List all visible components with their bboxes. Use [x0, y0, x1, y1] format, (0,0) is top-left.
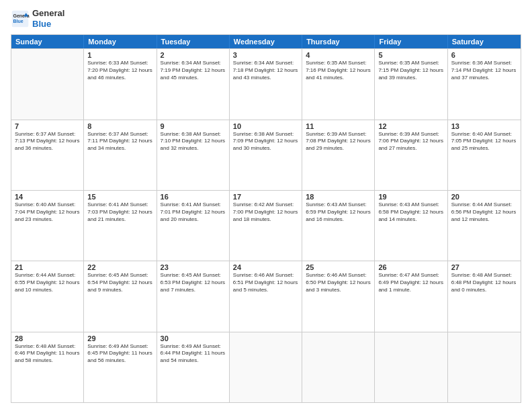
day-info: Sunrise: 6:38 AM Sunset: 7:09 PM Dayligh… — [233, 131, 298, 152]
day-info: Sunrise: 6:34 AM Sunset: 7:19 PM Dayligh… — [161, 60, 226, 81]
day-number: 20 — [451, 193, 517, 201]
day-info: Sunrise: 6:38 AM Sunset: 7:10 PM Dayligh… — [161, 131, 226, 152]
day-info: Sunrise: 6:45 AM Sunset: 6:53 PM Dayligh… — [161, 272, 226, 293]
logo-text-general: General — [32, 8, 64, 19]
calendar-body: 1Sunrise: 6:33 AM Sunset: 7:20 PM Daylig… — [11, 48, 521, 402]
calendar: SundayMondayTuesdayWednesdayThursdayFrid… — [11, 34, 521, 403]
week-row-2: 7Sunrise: 6:37 AM Sunset: 7:13 PM Daylig… — [11, 120, 521, 190]
cal-cell — [302, 332, 375, 402]
day-number: 15 — [87, 193, 152, 201]
cal-cell: 11Sunrise: 6:39 AM Sunset: 7:08 PM Dayli… — [302, 120, 375, 190]
cal-cell: 28Sunrise: 6:48 AM Sunset: 6:46 PM Dayli… — [11, 332, 84, 402]
cal-cell: 7Sunrise: 6:37 AM Sunset: 7:13 PM Daylig… — [11, 120, 84, 190]
day-info: Sunrise: 6:49 AM Sunset: 6:44 PM Dayligh… — [161, 343, 226, 365]
day-info: Sunrise: 6:44 AM Sunset: 6:56 PM Dayligh… — [451, 201, 517, 223]
cal-cell: 5Sunrise: 6:35 AM Sunset: 7:15 PM Daylig… — [375, 49, 447, 119]
day-info: Sunrise: 6:49 AM Sunset: 6:45 PM Dayligh… — [87, 343, 152, 365]
week-row-3: 14Sunrise: 6:40 AM Sunset: 7:04 PM Dayli… — [11, 190, 521, 261]
day-info: Sunrise: 6:46 AM Sunset: 6:50 PM Dayligh… — [306, 272, 371, 293]
day-number: 11 — [306, 122, 371, 130]
cal-cell: 4Sunrise: 6:35 AM Sunset: 7:16 PM Daylig… — [302, 49, 375, 119]
cal-cell — [375, 332, 447, 402]
cal-cell: 9Sunrise: 6:38 AM Sunset: 7:10 PM Daylig… — [157, 120, 230, 190]
day-number: 12 — [378, 122, 443, 130]
day-number: 14 — [15, 193, 80, 201]
day-number: 19 — [378, 193, 443, 201]
day-number: 27 — [451, 263, 517, 271]
logo-text-blue: Blue — [32, 19, 64, 30]
day-info: Sunrise: 6:42 AM Sunset: 7:00 PM Dayligh… — [233, 201, 298, 223]
calendar-header-row: SundayMondayTuesdayWednesdayThursdayFrid… — [11, 35, 521, 48]
day-info: Sunrise: 6:45 AM Sunset: 6:54 PM Dayligh… — [87, 272, 152, 293]
cal-cell: 8Sunrise: 6:37 AM Sunset: 7:11 PM Daylig… — [84, 120, 157, 190]
cal-cell: 2Sunrise: 6:34 AM Sunset: 7:19 PM Daylig… — [157, 49, 230, 119]
day-number: 9 — [161, 122, 226, 130]
day-info: Sunrise: 6:40 AM Sunset: 7:05 PM Dayligh… — [451, 131, 517, 152]
header-tuesday: Tuesday — [157, 35, 230, 48]
cal-cell: 29Sunrise: 6:49 AM Sunset: 6:45 PM Dayli… — [84, 332, 157, 402]
cal-cell: 27Sunrise: 6:48 AM Sunset: 6:48 PM Dayli… — [448, 261, 521, 331]
day-info: Sunrise: 6:37 AM Sunset: 7:11 PM Dayligh… — [87, 131, 152, 152]
cal-cell: 6Sunrise: 6:36 AM Sunset: 7:14 PM Daylig… — [448, 49, 521, 119]
day-info: Sunrise: 6:35 AM Sunset: 7:16 PM Dayligh… — [306, 60, 371, 81]
day-info: Sunrise: 6:48 AM Sunset: 6:46 PM Dayligh… — [15, 343, 80, 365]
day-info: Sunrise: 6:46 AM Sunset: 6:51 PM Dayligh… — [233, 272, 298, 293]
day-number: 4 — [306, 51, 371, 59]
day-number: 23 — [161, 263, 226, 271]
day-number: 13 — [451, 122, 517, 130]
cal-cell: 16Sunrise: 6:41 AM Sunset: 7:01 PM Dayli… — [157, 191, 230, 261]
day-number: 25 — [306, 263, 371, 271]
day-number: 24 — [233, 263, 298, 271]
cal-cell — [11, 49, 84, 119]
cal-cell: 18Sunrise: 6:43 AM Sunset: 6:59 PM Dayli… — [302, 191, 375, 261]
cal-cell: 15Sunrise: 6:41 AM Sunset: 7:03 PM Dayli… — [84, 191, 157, 261]
day-number: 22 — [87, 263, 152, 271]
header-sunday: Sunday — [11, 35, 84, 48]
header-friday: Friday — [375, 35, 447, 48]
day-info: Sunrise: 6:41 AM Sunset: 7:01 PM Dayligh… — [161, 201, 226, 223]
cal-cell: 22Sunrise: 6:45 AM Sunset: 6:54 PM Dayli… — [84, 261, 157, 331]
cal-cell: 23Sunrise: 6:45 AM Sunset: 6:53 PM Dayli… — [157, 261, 230, 331]
day-info: Sunrise: 6:37 AM Sunset: 7:13 PM Dayligh… — [15, 131, 80, 152]
week-row-4: 21Sunrise: 6:44 AM Sunset: 6:55 PM Dayli… — [11, 261, 521, 331]
cal-cell: 20Sunrise: 6:44 AM Sunset: 6:56 PM Dayli… — [448, 191, 521, 261]
day-number: 5 — [378, 51, 443, 59]
day-number: 17 — [233, 193, 298, 201]
cal-cell: 10Sunrise: 6:38 AM Sunset: 7:09 PM Dayli… — [230, 120, 302, 190]
day-number: 28 — [15, 334, 80, 342]
page-header: General Blue General Blue — [11, 8, 521, 29]
day-number: 18 — [306, 193, 371, 201]
cal-cell: 21Sunrise: 6:44 AM Sunset: 6:55 PM Dayli… — [11, 261, 84, 331]
day-number: 3 — [233, 51, 298, 59]
cal-cell: 24Sunrise: 6:46 AM Sunset: 6:51 PM Dayli… — [230, 261, 302, 331]
week-row-1: 1Sunrise: 6:33 AM Sunset: 7:20 PM Daylig… — [11, 48, 521, 119]
day-info: Sunrise: 6:39 AM Sunset: 7:08 PM Dayligh… — [306, 131, 371, 152]
cal-cell: 25Sunrise: 6:46 AM Sunset: 6:50 PM Dayli… — [302, 261, 375, 331]
logo-icon: General Blue — [11, 9, 30, 28]
day-number: 10 — [233, 122, 298, 130]
day-info: Sunrise: 6:36 AM Sunset: 7:14 PM Dayligh… — [451, 60, 517, 81]
week-row-5: 28Sunrise: 6:48 AM Sunset: 6:46 PM Dayli… — [11, 332, 521, 402]
svg-text:Blue: Blue — [13, 19, 24, 24]
cal-cell: 1Sunrise: 6:33 AM Sunset: 7:20 PM Daylig… — [84, 49, 157, 119]
header-wednesday: Wednesday — [230, 35, 302, 48]
cal-cell: 26Sunrise: 6:47 AM Sunset: 6:49 PM Dayli… — [375, 261, 447, 331]
cal-cell: 12Sunrise: 6:39 AM Sunset: 7:06 PM Dayli… — [375, 120, 447, 190]
day-info: Sunrise: 6:47 AM Sunset: 6:49 PM Dayligh… — [378, 272, 443, 293]
day-number: 29 — [87, 334, 152, 342]
cal-cell: 14Sunrise: 6:40 AM Sunset: 7:04 PM Dayli… — [11, 191, 84, 261]
day-info: Sunrise: 6:35 AM Sunset: 7:15 PM Dayligh… — [378, 60, 443, 81]
day-number: 6 — [451, 51, 517, 59]
header-thursday: Thursday — [302, 35, 375, 48]
day-number: 21 — [15, 263, 80, 271]
day-number: 26 — [378, 263, 443, 271]
cal-cell: 30Sunrise: 6:49 AM Sunset: 6:44 PM Dayli… — [157, 332, 230, 402]
cal-cell — [448, 332, 521, 402]
logo: General Blue General Blue — [11, 8, 64, 29]
day-info: Sunrise: 6:44 AM Sunset: 6:55 PM Dayligh… — [15, 272, 80, 293]
cal-cell: 3Sunrise: 6:34 AM Sunset: 7:18 PM Daylig… — [230, 49, 302, 119]
day-info: Sunrise: 6:33 AM Sunset: 7:20 PM Dayligh… — [87, 60, 152, 81]
day-info: Sunrise: 6:43 AM Sunset: 6:59 PM Dayligh… — [306, 201, 371, 223]
day-number: 8 — [87, 122, 152, 130]
day-number: 2 — [161, 51, 226, 59]
